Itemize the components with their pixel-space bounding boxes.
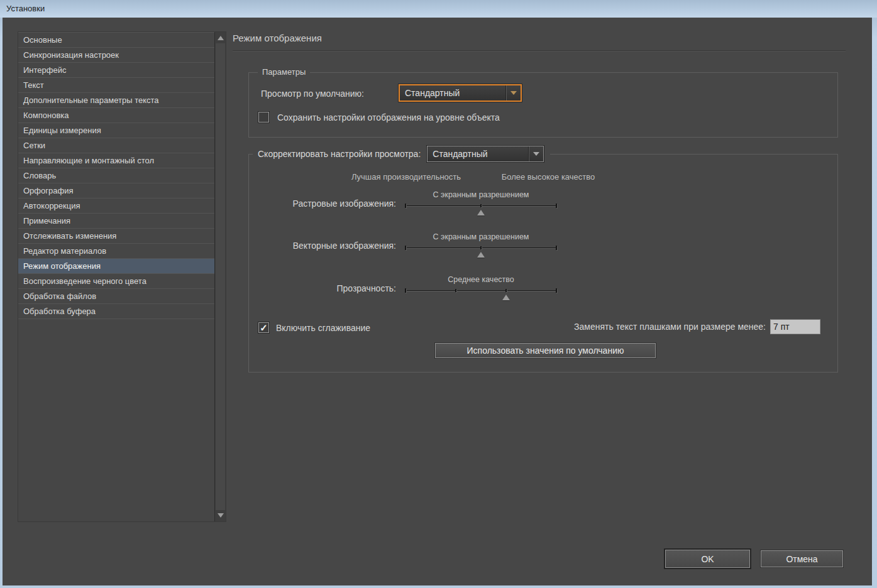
chevron-down-icon	[533, 152, 539, 156]
sidebar-item[interactable]: Орфография	[18, 183, 214, 199]
sidebar-item[interactable]: Текст	[18, 78, 214, 93]
slider-row: Растровые изображения:С экранным разреше…	[249, 190, 837, 219]
sidebar-item[interactable]: Воспроизведение черного цвета	[18, 274, 214, 289]
chevron-down-icon	[510, 91, 517, 95]
options-group: Параметры Просмотр по умолчанию: Стандар…	[248, 72, 838, 138]
slider[interactable]: С экранным разрешением	[405, 190, 556, 219]
slider[interactable]: Среднее качество	[405, 275, 556, 304]
slider-thumb[interactable]	[502, 295, 510, 300]
default-view-label: Просмотр по умолчанию:	[261, 89, 364, 99]
ok-button[interactable]: OK	[665, 550, 750, 568]
title-divider	[233, 50, 846, 52]
dialog-body: ОсновныеСинхронизация настроекИнтерфейсТ…	[3, 18, 872, 585]
sidebar-item[interactable]: Синхронизация настроек	[18, 48, 214, 63]
default-view-dropdown[interactable]: Стандартный	[399, 84, 522, 102]
slider-thumb[interactable]	[477, 210, 485, 215]
sidebar-item[interactable]: Компоновка	[18, 108, 214, 123]
sidebar-item[interactable]: Обработка буфера	[18, 304, 214, 319]
slider-value-label: С экранным разрешением	[380, 232, 582, 241]
sidebar-item[interactable]: Режим отображения	[18, 259, 214, 274]
greek-text-label: Заменять текст плашками при размере мене…	[500, 322, 766, 332]
default-view-dropdown-value: Стандартный	[400, 88, 460, 98]
slider-value-label: С экранным разрешением	[380, 190, 582, 199]
adjust-view-group: Скорректировать настройки просмотра: Ста…	[248, 154, 838, 373]
page-title: Режим отображения	[233, 33, 322, 43]
scrollbar-thumb[interactable]	[216, 43, 225, 510]
adjust-view-dropdown[interactable]: Стандартный	[427, 146, 544, 162]
scroll-up-icon[interactable]	[218, 36, 224, 40]
titlebar[interactable]: Установки	[0, 0, 877, 18]
dropdown-arrow-button[interactable]	[528, 146, 543, 161]
cancel-button[interactable]: Отмена	[761, 550, 843, 567]
slider-row: Векторные изображения:С экранным разреше…	[249, 232, 837, 261]
sidebar-item[interactable]: Интерфейс	[18, 63, 214, 78]
slider-track[interactable]	[405, 248, 556, 249]
slider-label: Прозрачность:	[249, 283, 396, 293]
slider[interactable]: С экранным разрешением	[405, 232, 556, 261]
sidebar-item[interactable]: Единицы измерения	[18, 123, 214, 138]
slider-value-label: Среднее качество	[380, 275, 582, 284]
dropdown-arrow-button[interactable]	[505, 85, 521, 101]
slider-thumb[interactable]	[477, 252, 485, 258]
sidebar-item[interactable]: Основные	[18, 33, 214, 48]
quality-header: Более высокое качество	[479, 172, 617, 182]
preferences-dialog: Установки ОсновныеСинхронизация настроек…	[0, 0, 877, 588]
antialias-checkbox[interactable]: ✓	[258, 322, 269, 333]
preferences-category-list: ОсновныеСинхронизация настроекИнтерфейсТ…	[18, 31, 226, 522]
window-title: Установки	[6, 4, 45, 13]
sidebar-item[interactable]: Отслеживать изменения	[18, 229, 214, 244]
sidebar-item[interactable]: Автокоррекция	[18, 199, 214, 214]
performance-header: Лучшая производительность	[337, 172, 475, 182]
sidebar-item[interactable]: Словарь	[18, 168, 214, 183]
sidebar-item[interactable]: Сетки	[18, 138, 214, 153]
sidebar-scrollbar[interactable]	[214, 32, 226, 521]
greek-size-input[interactable]	[770, 319, 820, 334]
preserve-display-checkbox-label: Сохранить настройки отображения на уровн…	[277, 112, 500, 122]
slider-row: Прозрачность:Среднее качество	[249, 275, 837, 304]
slider-track[interactable]	[405, 290, 556, 291]
antialias-checkbox-label: Включить сглаживание	[276, 323, 370, 333]
scroll-down-icon[interactable]	[218, 513, 224, 518]
use-defaults-button[interactable]: Использовать значения по умолчанию	[435, 343, 656, 358]
adjust-view-dropdown-value: Стандартный	[427, 149, 487, 159]
sidebar-item[interactable]: Дополнительные параметры текста	[18, 93, 214, 108]
options-group-legend: Параметры	[258, 67, 310, 77]
slider-track[interactable]	[405, 205, 556, 207]
adjust-view-label: Скорректировать настройки просмотра:	[258, 149, 421, 159]
sidebar-item[interactable]: Направляющие и монтажный стол	[18, 153, 214, 168]
adjust-view-group-legend: Скорректировать настройки просмотра: Ста…	[253, 146, 550, 162]
slider-label: Векторные изображения:	[249, 241, 396, 251]
preferences-list: ОсновныеСинхронизация настроекИнтерфейсТ…	[18, 32, 214, 521]
sidebar-item[interactable]: Редактор материалов	[18, 244, 214, 259]
preserve-display-checkbox[interactable]	[258, 112, 269, 122]
slider-label: Растровые изображения:	[249, 199, 396, 209]
sidebar-item[interactable]: Обработка файлов	[18, 289, 214, 304]
sidebar-item[interactable]: Примечания	[18, 214, 214, 229]
